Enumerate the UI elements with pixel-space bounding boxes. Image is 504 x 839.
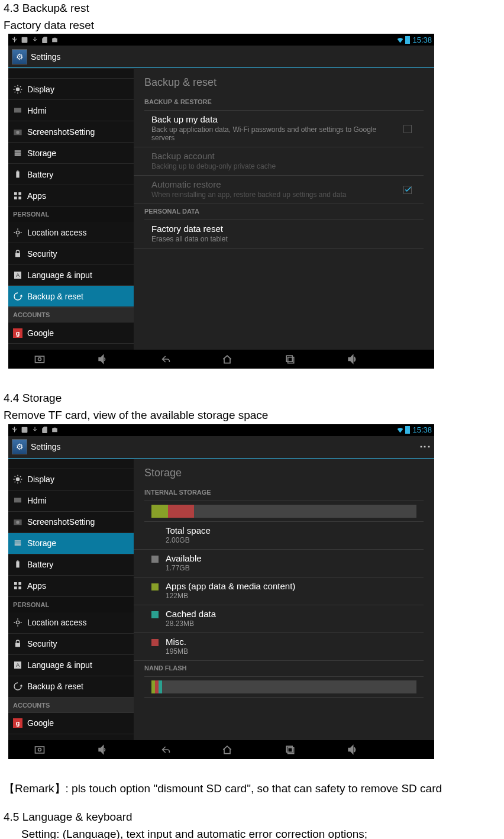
volume-down-icon[interactable] <box>96 744 108 756</box>
row-title: Cached data <box>166 609 216 619</box>
svg-rect-24 <box>14 498 21 503</box>
sidebar-label: Security <box>27 249 57 259</box>
sidebar-item-cut[interactable] <box>8 68 134 79</box>
svg-point-19 <box>38 358 41 361</box>
sidebar-item-cut[interactable] <box>8 459 134 469</box>
back-icon[interactable] <box>159 744 170 756</box>
pane-title: Storage <box>134 459 434 485</box>
item-subtitle: When reinstalling an app, restore backed… <box>151 191 394 199</box>
volume-up-icon[interactable] <box>346 353 358 365</box>
sidebar-item-hdmi[interactable]: Hdmi <box>8 100 134 121</box>
sidebar-item-battery[interactable]: Battery <box>8 164 134 185</box>
sidebar-item-storage[interactable]: Storage <box>8 143 134 164</box>
action-bar-title: Settings <box>31 52 61 62</box>
sidebar-item-location[interactable]: Location access <box>8 612 134 634</box>
menu-icon[interactable]: ⋮ <box>420 441 431 452</box>
sidebar-item-google[interactable]: gGoogle <box>8 713 134 734</box>
svg-rect-31 <box>17 561 19 562</box>
section-4-3-subtitle: Factory data reset <box>0 17 504 34</box>
sidebar-label: Backup & reset <box>27 682 83 691</box>
svg-rect-21 <box>287 357 293 363</box>
item-backup-account: Backup account Backing up to debug-only … <box>134 147 424 176</box>
back-icon[interactable] <box>159 353 170 365</box>
navigation-bar <box>8 740 434 759</box>
sidebar-item-display[interactable]: Display <box>8 79 134 100</box>
sidebar-label: ScreenshotSetting <box>27 127 95 137</box>
svg-point-36 <box>16 621 19 624</box>
hdmi-icon <box>13 496 22 505</box>
row-cached[interactable]: Cached data28.23MB <box>134 605 424 633</box>
checkbox-unchecked-icon[interactable] <box>403 125 412 133</box>
row-misc[interactable]: Misc.195MB <box>134 633 424 661</box>
home-icon[interactable] <box>221 353 233 365</box>
row-title: Misc. <box>166 637 188 647</box>
home-icon[interactable] <box>221 744 233 756</box>
clock: 15:38 <box>412 36 432 44</box>
recent-icon[interactable] <box>284 744 296 756</box>
sidebar-label: Language & input <box>27 660 92 670</box>
row-total-space[interactable]: Total space2.00GB <box>134 522 424 550</box>
section-backup-restore: BACKUP & RESTORE <box>134 95 434 109</box>
camera-icon <box>51 426 59 434</box>
svg-rect-42 <box>286 746 292 752</box>
sidebar-label: Location access <box>27 618 86 627</box>
svg-rect-11 <box>18 192 21 195</box>
svg-rect-12 <box>14 196 17 199</box>
row-value: 2.00GB <box>166 536 211 544</box>
svg-rect-37 <box>15 643 20 647</box>
storage-segment-apps <box>151 505 168 518</box>
sidebar-label: Storage <box>27 538 56 548</box>
clock: 15:38 <box>412 425 432 434</box>
sidebar-item-security[interactable]: Security <box>8 634 134 655</box>
screenshot-nav-icon[interactable] <box>34 353 46 365</box>
recent-icon[interactable] <box>284 353 296 365</box>
apps-icon <box>13 191 22 201</box>
sidebar-item-language[interactable]: ALanguage & input <box>8 264 134 286</box>
sidebar-item-hdmi[interactable]: Hdmi <box>8 491 134 512</box>
sidebar-item-backup[interactable]: Backup & reset <box>8 286 134 307</box>
section-nand-flash: NAND FLASH <box>134 661 434 675</box>
action-bar-title: Settings <box>31 442 61 451</box>
item-backup-my-data[interactable]: Back up my data Back up application data… <box>134 111 424 147</box>
sd-icon <box>41 36 49 44</box>
backup-reset-pane: Backup & reset BACKUP & RESTORE Back up … <box>134 68 434 350</box>
sidebar-item-apps[interactable]: Apps <box>8 576 134 597</box>
row-title: Total space <box>166 525 211 535</box>
pane-title: Backup & reset <box>134 68 434 95</box>
volume-down-icon[interactable] <box>96 353 108 365</box>
row-apps[interactable]: Apps (app data & media content)122MB <box>134 577 424 605</box>
google-icon: g <box>13 328 22 338</box>
action-bar: ⚙ Settings <box>8 46 434 68</box>
volume-up-icon[interactable] <box>346 744 358 756</box>
sidebar-header-accounts: ACCOUNTS <box>8 307 134 322</box>
sidebar-item-battery[interactable]: Battery <box>8 554 134 576</box>
sidebar-item-security[interactable]: Security <box>8 243 134 264</box>
item-title: Automatic restore <box>151 179 394 189</box>
hdmi-icon <box>13 106 22 115</box>
sidebar-item-language[interactable]: ALanguage & input <box>8 655 134 676</box>
download-icon <box>31 36 38 44</box>
sidebar-item-storage[interactable]: Storage <box>8 533 134 554</box>
storage-usage-bar <box>151 505 416 518</box>
usb-icon <box>11 426 18 434</box>
sidebar-item-display[interactable]: Display <box>8 469 134 491</box>
storage-icon <box>13 538 22 548</box>
sidebar-label: Language & input <box>27 270 92 280</box>
battery-icon <box>13 560 22 569</box>
sidebar-item-backup[interactable]: Backup & reset <box>8 676 134 698</box>
item-title: Backup account <box>151 151 394 161</box>
section-personal-data: PERSONAL DATA <box>134 204 434 218</box>
sidebar-label: Battery <box>27 170 53 179</box>
section-4-4-title: 4.4 Storage <box>0 390 504 407</box>
sidebar-item-screenshot[interactable]: ScreenshotSetting <box>8 121 134 143</box>
sidebar-item-google[interactable]: gGoogle <box>8 322 134 344</box>
sidebar-item-location[interactable]: Location access <box>8 222 134 243</box>
row-available[interactable]: Available1.77GB <box>134 550 424 577</box>
item-factory-reset[interactable]: Factory data reset Erases all data on ta… <box>134 220 424 249</box>
storage-pane: Storage INTERNAL STORAGE Total space2.00… <box>134 459 434 740</box>
sidebar-item-apps[interactable]: Apps <box>8 185 134 206</box>
sidebar-item-screenshot[interactable]: ScreenshotSetting <box>8 512 134 533</box>
screenshot-nav-icon[interactable] <box>34 744 46 756</box>
sidebar-label: Security <box>27 639 57 648</box>
battery-icon <box>405 36 410 44</box>
